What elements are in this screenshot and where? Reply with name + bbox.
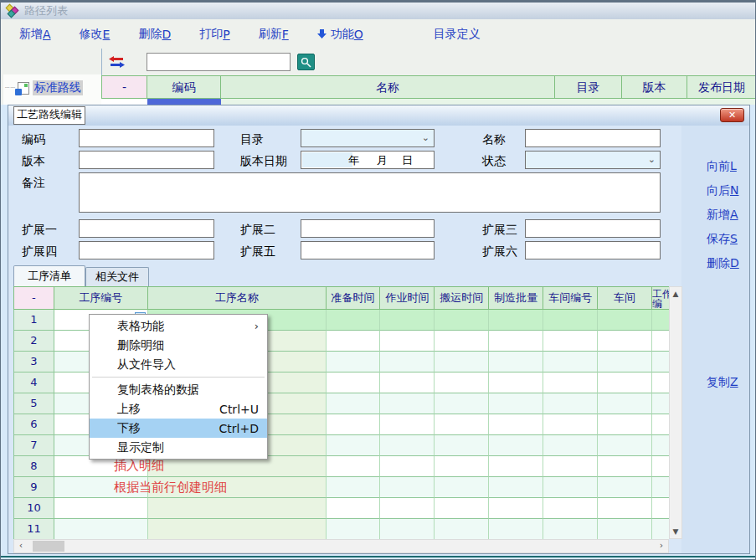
code-input[interactable] (79, 129, 214, 147)
grid-cell[interactable] (489, 352, 543, 372)
row-number[interactable]: 8 (14, 456, 54, 477)
search-button[interactable] (297, 54, 315, 70)
ext4-input[interactable] (79, 241, 214, 259)
grid-cell[interactable] (598, 372, 652, 393)
grid-cell[interactable] (543, 435, 598, 456)
list-header-release-date[interactable]: 发布日期 (687, 75, 756, 99)
grid-cell[interactable] (489, 477, 543, 498)
menu-item-copy-table-data[interactable]: 复制表格的数据 (90, 380, 267, 399)
version-date-input[interactable]: 年 月 日 (301, 151, 435, 169)
grid-cell[interactable] (327, 414, 381, 435)
row-number[interactable]: 9 (14, 477, 54, 498)
row-number[interactable]: 7 (14, 435, 54, 456)
grid-cell[interactable] (489, 519, 543, 540)
row-number[interactable]: 4 (14, 372, 54, 393)
grid-cell[interactable] (435, 498, 489, 519)
menu-item-import-from-file[interactable]: 从文件导入 (90, 355, 267, 374)
grid-cell[interactable] (380, 393, 435, 414)
grid-header-process-code[interactable]: 工序编号 (54, 287, 148, 310)
grid-cell[interactable] (543, 498, 598, 519)
grid-header-work-time[interactable]: 作业时间 (380, 287, 435, 310)
grid-cell[interactable] (435, 519, 489, 540)
directory-combobox[interactable]: ⌄ (301, 129, 435, 147)
grid-cell[interactable] (435, 414, 489, 435)
grid-cell[interactable] (327, 393, 381, 414)
grid-cell[interactable] (652, 331, 669, 352)
grid-cell[interactable] (652, 393, 669, 414)
search-input[interactable] (147, 53, 291, 71)
swap-icon[interactable] (109, 56, 125, 68)
grid-cell[interactable] (489, 393, 543, 414)
grid-header-corner[interactable]: - (14, 287, 54, 310)
row-number[interactable]: 1 (14, 310, 54, 331)
grid-header-transport-time[interactable]: 搬运时间 (435, 287, 489, 310)
scroll-right-icon[interactable]: › (655, 540, 668, 552)
toolbar-function-button[interactable]: 功能O (317, 27, 363, 42)
grid-header-workshop-code[interactable]: 车间编号 (543, 287, 598, 310)
grid-cell[interactable] (598, 498, 652, 519)
backward-button[interactable]: 向后N (707, 183, 738, 198)
grid-cell[interactable] (380, 435, 435, 456)
ext6-input[interactable] (525, 241, 661, 259)
grid-cell[interactable] (54, 498, 148, 519)
grid-cell[interactable] (327, 498, 381, 519)
grid-cell[interactable] (489, 331, 543, 352)
grid-cell[interactable] (543, 456, 598, 477)
grid-cell[interactable] (148, 498, 327, 519)
ext1-input[interactable] (79, 219, 214, 238)
grid-cell[interactable] (489, 414, 543, 435)
row-number[interactable]: 11 (14, 519, 54, 540)
menu-item-move-down[interactable]: 下移Ctrl+D (90, 419, 267, 438)
grid-cell[interactable] (652, 414, 669, 435)
toolbar-add-button[interactable]: 新增A (19, 27, 51, 42)
grid-cell[interactable] (327, 372, 381, 393)
grid-vertical-scrollbar[interactable]: ▲ ▼ (669, 286, 682, 539)
grid-cell[interactable] (652, 456, 669, 477)
grid-cell[interactable] (543, 393, 598, 414)
grid-cell[interactable] (435, 372, 489, 393)
ext2-input[interactable] (301, 219, 435, 238)
save-button[interactable]: 保存S (707, 232, 738, 247)
menu-item-display-customize[interactable]: 显示定制 (90, 438, 267, 457)
create-detail-from-row-action[interactable]: 根据当前行创建明细 (114, 480, 227, 496)
grid-cell[interactable] (148, 519, 327, 540)
delete-button[interactable]: 删除D (707, 256, 739, 271)
grid-cell[interactable] (543, 331, 598, 352)
grid-cell[interactable] (435, 393, 489, 414)
grid-cell[interactable] (543, 477, 598, 498)
grid-cell[interactable] (380, 352, 435, 372)
grid-cell[interactable] (380, 331, 435, 352)
tree-item-standard-route[interactable]: ┈┈ 标准路线 (5, 80, 83, 95)
ext5-input[interactable] (301, 241, 435, 259)
grid-cell[interactable] (652, 519, 669, 540)
grid-cell[interactable] (435, 310, 489, 331)
grid-cell[interactable] (598, 310, 652, 331)
grid-cell[interactable] (435, 352, 489, 372)
menu-item-delete-detail[interactable]: 删除明细 (90, 336, 267, 355)
grid-cell[interactable] (327, 477, 381, 498)
ext3-input[interactable] (525, 219, 661, 238)
grid-cell[interactable] (380, 372, 435, 393)
dialog-close-button[interactable]: ✕ (720, 108, 744, 122)
grid-cell[interactable] (380, 498, 435, 519)
grid-cell[interactable] (543, 310, 598, 331)
toolbar-directory-define-button[interactable]: 目录定义 (434, 27, 481, 42)
grid-cell[interactable] (598, 477, 652, 498)
row-number[interactable]: 2 (14, 331, 54, 352)
list-header-name[interactable]: 名称 (221, 75, 555, 99)
grid-cell[interactable] (380, 310, 435, 331)
copy-button[interactable]: 复制Z (707, 375, 738, 390)
grid-cell[interactable] (435, 331, 489, 352)
grid-cell[interactable] (489, 310, 543, 331)
grid-cell[interactable] (489, 456, 543, 477)
grid-cell[interactable] (652, 352, 669, 372)
grid-header-workshop[interactable]: 车间 (598, 287, 652, 310)
toolbar-refresh-button[interactable]: 刷新F (259, 27, 289, 42)
scroll-down-icon[interactable]: ▼ (670, 525, 681, 538)
list-header-corner[interactable]: - (101, 75, 147, 99)
tab-process-list[interactable]: 工序清单 (13, 265, 85, 286)
grid-cell[interactable] (543, 352, 598, 372)
grid-header-batch-qty[interactable]: 制造批量 (489, 287, 543, 310)
grid-cell[interactable] (327, 456, 381, 477)
grid-cell[interactable] (435, 456, 489, 477)
